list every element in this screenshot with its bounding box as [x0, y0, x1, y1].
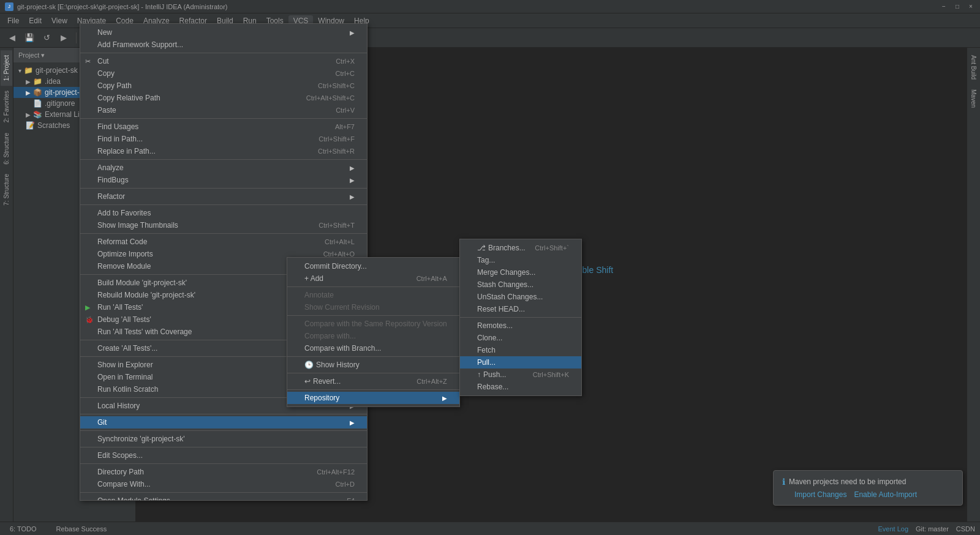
- ctx-find-in-path[interactable]: Find in Path... Ctrl+Shift+F: [80, 133, 367, 145]
- repo-stash[interactable]: Stash Changes...: [460, 279, 581, 291]
- ctx-dir-path[interactable]: Directory Path Ctrl+Alt+F12: [80, 466, 367, 478]
- git-show-history[interactable]: 🕒 Show History: [287, 359, 459, 371]
- ctx-add-framework[interactable]: Add Framework Support...: [80, 39, 367, 51]
- maven-notif-header: ℹ Maven projects need to be imported: [782, 477, 954, 487]
- repo-remotes[interactable]: Remotes...: [460, 320, 581, 332]
- repo-clone[interactable]: Clone...: [460, 332, 581, 344]
- ctx-edit-scopes[interactable]: Edit Scopes...: [80, 449, 367, 462]
- repo-pull[interactable]: Pull...: [460, 356, 581, 369]
- ctx-sep-15: [80, 492, 367, 493]
- enable-auto-import-link[interactable]: Enable Auto-Import: [854, 490, 917, 499]
- ctx-paste[interactable]: Paste Ctrl+V: [80, 104, 367, 116]
- git-add[interactable]: + Add Ctrl+Alt+A: [287, 272, 459, 285]
- git-sep-2: [287, 315, 459, 316]
- git-compare-with: Compare with...: [287, 330, 459, 342]
- repo-rebase[interactable]: Rebase...: [460, 381, 581, 393]
- ctx-copy-relative-path[interactable]: Copy Relative Path Ctrl+Alt+Shift+C: [80, 92, 367, 104]
- git-repository[interactable]: Repository ▶: [287, 392, 459, 404]
- git-revert[interactable]: ↩ Revert... Ctrl+Alt+Z: [287, 375, 459, 387]
- ctx-sep-3: [80, 159, 367, 160]
- ctx-refactor[interactable]: Refactor ▶: [80, 190, 367, 203]
- repo-merge[interactable]: Merge Changes...: [460, 266, 581, 279]
- ctx-reformat[interactable]: Reformat Code Ctrl+Alt+L: [80, 236, 367, 248]
- git-annotate: Annotate: [287, 289, 459, 301]
- ctx-new[interactable]: New ▶: [80, 26, 367, 39]
- ctx-sep-4: [80, 188, 367, 189]
- push-icon: ↑: [477, 370, 481, 379]
- repo-unstash[interactable]: UnStash Changes...: [460, 291, 581, 303]
- info-icon: ℹ: [782, 477, 785, 487]
- ctx-git[interactable]: Git ▶: [80, 416, 367, 428]
- ctx-findbugs[interactable]: FindBugs ▶: [80, 174, 367, 186]
- git-sep-5: [287, 389, 459, 390]
- ctx-show-thumbnails[interactable]: Show Image Thumbnails Ctrl+Shift+T: [80, 219, 367, 231]
- import-changes-link[interactable]: Import Changes: [794, 490, 846, 499]
- debug-icon: 🐞: [85, 316, 94, 324]
- cut-icon: ✂: [85, 58, 91, 65]
- run-icon: ▶: [85, 304, 90, 312]
- git-sep-3: [287, 356, 459, 357]
- ctx-cut[interactable]: ✂ Cut Ctrl+X: [80, 55, 367, 67]
- ctx-synchronize[interactable]: Synchronize 'git-project-sk': [80, 433, 367, 445]
- ctx-replace-in-path[interactable]: Replace in Path... Ctrl+Shift+R: [80, 145, 367, 157]
- git-compare-branch[interactable]: Compare with Branch...: [287, 342, 459, 354]
- ctx-sep-13: [80, 447, 367, 447]
- git-commit-dir[interactable]: Commit Directory...: [287, 260, 459, 272]
- ctx-sep-11: [80, 414, 367, 414]
- ctx-new-arrow: ▶: [350, 29, 355, 36]
- repo-reset-head[interactable]: Reset HEAD...: [460, 303, 581, 315]
- ctx-sep-6: [80, 233, 367, 234]
- git-compare-same: Compare with the Same Repository Version: [287, 318, 459, 330]
- repo-submenu: ⎇ Branches... Ctrl+Shift+` Tag... Merge …: [459, 239, 582, 396]
- branch-icon: ⎇: [477, 244, 486, 252]
- maven-notif-message: Maven projects need to be imported: [789, 477, 906, 486]
- ctx-module-settings[interactable]: Open Module Settings F4: [80, 495, 367, 501]
- ctx-sep-2: [80, 118, 367, 119]
- git-sep-1: [287, 286, 459, 287]
- revert-icon: ↩: [304, 377, 311, 386]
- ctx-sep-1: [80, 53, 367, 53]
- history-icon: 🕒: [304, 361, 314, 369]
- maven-notif-actions: Import Changes Enable Auto-Import: [782, 490, 954, 499]
- repo-push[interactable]: ↑ Push... Ctrl+Shift+K: [460, 369, 581, 381]
- repo-sep-1: [460, 317, 581, 318]
- ctx-copy-path[interactable]: Copy Path Ctrl+Shift+C: [80, 80, 367, 92]
- ctx-compare-with[interactable]: Compare With... Ctrl+D: [80, 478, 367, 490]
- git-sep-4: [287, 373, 459, 373]
- ctx-add-favorites[interactable]: Add to Favorites: [80, 207, 367, 219]
- git-submenu: Commit Directory... + Add Ctrl+Alt+A Ann…: [287, 257, 460, 407]
- ctx-copy[interactable]: Copy Ctrl+C: [80, 67, 367, 80]
- repo-branches[interactable]: ⎇ Branches... Ctrl+Shift+`: [460, 242, 581, 254]
- ctx-sep-14: [80, 463, 367, 464]
- ctx-find-usages[interactable]: Find Usages Alt+F7: [80, 121, 367, 133]
- git-show-revision: Show Current Revision: [287, 301, 459, 313]
- ctx-analyze[interactable]: Analyze ▶: [80, 162, 367, 174]
- ctx-sep-12: [80, 430, 367, 431]
- ctx-sep-5: [80, 204, 367, 205]
- repo-tag[interactable]: Tag...: [460, 254, 581, 266]
- repo-fetch[interactable]: Fetch: [460, 344, 581, 356]
- maven-notification: ℹ Maven projects need to be imported Imp…: [773, 470, 963, 506]
